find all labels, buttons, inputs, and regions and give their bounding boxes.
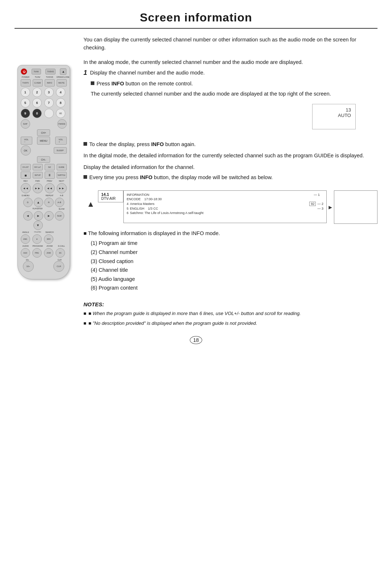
tvdvd-button[interactable]: TV/DVD: [45, 69, 56, 74]
note-item-2: ■ ■ "No description provided" is display…: [83, 320, 377, 327]
num6-button[interactable]: 6: [32, 98, 42, 108]
guide-button[interactable]: GUIDE: [57, 164, 67, 170]
dtv-label: DTV-AIR: [101, 197, 120, 201]
num8-button[interactable]: 8: [56, 98, 65, 108]
dmenu-labels: D.MENU REPEAT A-B: [21, 194, 67, 197]
tvdtv-button[interactable]: TV/DTV: [21, 79, 31, 86]
num2-button[interactable]: 2: [32, 88, 42, 97]
num0-button[interactable]: 0: [32, 109, 42, 118]
num3: — 3: [317, 207, 323, 210]
audio-button[interactable]: AUD: [21, 248, 30, 258]
ab-button[interactable]: A-B: [55, 198, 64, 207]
num3-button[interactable]: 3: [44, 88, 54, 97]
stop-button[interactable]: ■: [21, 171, 31, 179]
dmenu-label: D.MENU: [21, 194, 31, 197]
subtitle-button[interactable]: SUBTITLE: [57, 172, 67, 178]
channel-number: 13: [346, 107, 351, 113]
prev-label: PREV: [45, 180, 55, 182]
gview-button[interactable]: G.VIEW: [33, 79, 43, 86]
power-label: POWER: [21, 76, 31, 78]
ten-button[interactable]: 10+: [23, 261, 34, 272]
list-item-4: (4) Channel title: [91, 266, 377, 275]
repeat-button[interactable]: R: [44, 198, 54, 207]
ch-plus-button[interactable]: CH+: [37, 129, 50, 136]
zoom-button[interactable]: ZOM: [44, 248, 53, 258]
setup-button[interactable]: SETUP: [33, 172, 43, 178]
up-button[interactable]: ▲: [34, 198, 43, 207]
step-text: Display the channel number and the audio…: [90, 69, 205, 77]
repeat-label: REPEAT: [45, 194, 55, 197]
nav-top-row: D ▲ R A-B: [21, 198, 67, 207]
currently-selected-text: The currently selected channel number an…: [91, 90, 377, 98]
ok-button[interactable]: OK: [21, 145, 31, 156]
angle-label: ANGLE: [21, 231, 31, 233]
num5-button[interactable]: 5: [21, 98, 30, 108]
arrow5-label: 5: [127, 207, 128, 210]
chlist-row: CH.LIST FAY LisT SIZ GUIDE: [21, 164, 67, 170]
down-button[interactable]: ▼: [33, 221, 43, 230]
info-list-items: (1) Program air time (2) Channel number …: [91, 239, 377, 292]
prev-button[interactable]: ◄◄: [45, 183, 55, 193]
dcall-button[interactable]: DC: [56, 248, 65, 258]
next-button[interactable]: ►►: [57, 183, 67, 193]
left-button[interactable]: ◄: [23, 211, 33, 221]
info-list-title: ■ The following information is displayed…: [83, 230, 377, 238]
titlepbc-button[interactable]: ▼: [32, 234, 42, 244]
tvav-button[interactable]: TV/AV: [32, 69, 41, 74]
num7-button[interactable]: 7: [44, 98, 54, 108]
pause-button[interactable]: ⏸: [45, 171, 55, 179]
list-item-6: (6) Program content: [91, 283, 377, 292]
remote-top-row: ⏻ TV/AV TV/DVD ▲: [21, 68, 67, 75]
fwd-button[interactable]: ►►: [33, 183, 43, 193]
slow-button[interactable]: SLW: [55, 211, 64, 221]
search-button[interactable]: SRH: [44, 234, 53, 244]
rev-button[interactable]: ◄◄: [21, 183, 31, 193]
dcall-label: D.CALL: [57, 245, 67, 247]
clr-button[interactable]: CLR: [53, 261, 64, 272]
right-display-box: [334, 190, 377, 224]
siz-button[interactable]: SIZ: [45, 164, 55, 170]
program-button[interactable]: PRG: [32, 248, 42, 258]
sap-button[interactable]: SAP: [21, 119, 30, 129]
info-list-text: ■ The following information is displayed…: [83, 230, 220, 238]
menu-button[interactable]: MENU: [37, 137, 50, 145]
channel-title: America Masters: [130, 202, 309, 206]
titlepbc-label: TITLE/PBC: [33, 231, 43, 233]
program-label: PROGRAM: [33, 245, 43, 247]
bottom-btns-1: ANG ▼ SRH: [21, 234, 67, 244]
num9-button[interactable]: 9: [21, 109, 30, 118]
eject-button[interactable]: ▲: [60, 68, 66, 75]
power-button[interactable]: ⏻: [21, 68, 27, 75]
right-button[interactable]: ►: [44, 211, 54, 221]
every-time-text: Every time you press INFO button, the di…: [89, 174, 273, 182]
clr-label: CLR: [54, 259, 65, 261]
bullet-text: Press INFO button on the remote control.: [97, 80, 193, 88]
favlist-button[interactable]: FAY LisT: [33, 164, 43, 170]
extra-btn2[interactable]: CC: [56, 109, 65, 118]
num4-button[interactable]: 4: [56, 88, 65, 97]
ten-clr-btns: 10+ CLR: [21, 261, 67, 272]
info-button[interactable]: INFO: [45, 79, 55, 86]
remote-control: ⏻ TV/AV TV/DVD ▲ POWER TV/AV TV/DVD OPEN…: [17, 65, 70, 279]
encode-label: ENCODE 17:00-18:30: [127, 197, 162, 201]
clear-text: To clear the display, press INFO button …: [89, 141, 196, 149]
tvdvd-label: TV/DVD: [45, 76, 55, 78]
num1-button[interactable]: 1: [21, 88, 30, 97]
zoom-label: ZOOM: [45, 245, 55, 247]
sleep-button[interactable]: SLEEP: [54, 147, 67, 154]
digital-intro: In the digital mode, the detailed inform…: [83, 152, 377, 160]
vol-plus-button[interactable]: VOL+: [55, 137, 67, 145]
chlist-button[interactable]: CH.LIST: [21, 164, 31, 170]
every-time-square: [83, 175, 87, 179]
mute-button[interactable]: MUTE: [57, 79, 67, 86]
step-1: 1 Display the channel number and the aud…: [83, 69, 377, 77]
channel-number-val: 92: [309, 202, 316, 206]
left-column: ⏻ TV/AV TV/DVD ▲ POWER TV/AV TV/DVD OPEN…: [15, 36, 73, 330]
play-button[interactable]: ►: [34, 211, 43, 221]
extra-btn1[interactable]: [44, 109, 54, 118]
dmenu-button[interactable]: D: [23, 198, 33, 207]
vol-minus-button[interactable]: VOL–: [21, 137, 32, 145]
ch-minus-button[interactable]: CH–: [37, 156, 50, 163]
pmode-button[interactable]: P.MODE: [57, 119, 67, 129]
angle-button[interactable]: ANG: [21, 234, 30, 244]
